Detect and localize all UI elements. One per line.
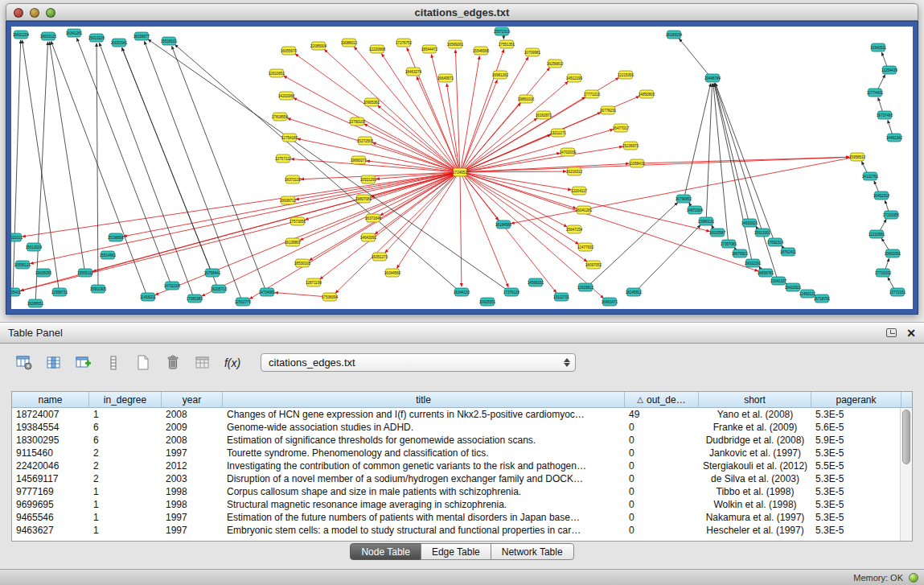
graph-node[interactable]: 1724052 [453,168,467,176]
minimize-window-button[interactable] [30,8,39,18]
citation-edge-black[interactable] [637,225,700,290]
graph-node[interactable]: 15901905 [90,285,107,293]
graph-node[interactable]: 17276752 [396,39,413,47]
table-cell[interactable]: Stergiakouli et al. (2012) [699,459,811,472]
graph-node[interactable]: 16796852 [676,195,692,203]
table-cell[interactable]: 5.3E-5 [811,472,901,485]
graph-node[interactable]: 14202068 [278,92,295,100]
table-cell[interactable]: Tibbo et al. (1998) [699,485,811,498]
citation-edge-red[interactable] [455,50,459,169]
close-panel-icon[interactable]: ✕ [906,328,916,339]
table-cell[interactable]: 18300295 [12,434,89,447]
citation-edge-red[interactable] [417,76,458,169]
network-canvas[interactable]: 1724052160556701261065114202068178185541… [11,27,913,309]
graph-node[interactable]: 15518101 [161,37,178,45]
table-row[interactable]: 2242004622012Investigating the contribut… [12,459,912,472]
import-table-button[interactable] [191,352,214,373]
graph-node[interactable]: 19660271 [351,156,368,164]
citation-edge-black[interactable] [888,278,894,290]
graph-node[interactable]: 15198898 [108,233,125,241]
citation-edge-black[interactable] [881,238,889,251]
table-cell[interactable]: 1 [89,511,162,524]
citation-edge-black[interactable] [77,39,170,283]
citation-edge-red[interactable] [378,105,456,170]
column-header-out_de[interactable]: △out_de… [625,392,699,407]
table-cell[interactable]: 1998 [162,485,223,498]
graph-node[interactable]: 18245812 [626,288,643,296]
table-cell[interactable]: 5.3E-5 [811,511,901,524]
citation-edge-red[interactable] [511,158,852,224]
graph-node[interactable]: 15236973 [622,142,639,150]
table-cell[interactable]: de Silva et al. (2003) [699,472,811,485]
graph-node[interactable]: 19088012 [341,39,358,47]
table-cell[interactable]: Yano et al. (2008) [699,408,811,421]
table-row[interactable]: 1872400712008Changes of HCN gene express… [12,408,912,421]
tab-network-table[interactable]: Network Table [491,543,574,560]
citation-edge-black[interactable] [589,203,677,286]
graph-node[interactable]: 19005055 [35,269,52,277]
graph-node[interactable]: 12204117 [571,187,588,195]
table-row[interactable]: 911546021997Tourette syndrome. Phenomeno… [12,447,912,459]
graph-node[interactable]: 12215391 [618,71,634,79]
table-cell[interactable]: 18724007 [12,408,89,421]
citation-edge-black[interactable] [880,220,886,232]
table-cell[interactable]: Embryonic stem cells: a model to study s… [223,524,625,537]
table-cell[interactable]: 14569117 [12,472,89,485]
graph-node[interactable]: 17692314 [767,238,784,246]
citation-edge-black[interactable] [885,200,889,212]
graph-node[interactable]: 12754183 [281,134,298,142]
graph-node[interactable]: 12210581 [869,230,885,238]
column-header-short[interactable]: short [699,392,811,407]
citation-edge-red[interactable] [23,173,455,237]
table-cell[interactable]: 1 [89,408,162,421]
citation-edge-red[interactable] [465,173,577,208]
graph-node[interactable]: 14872004 [687,206,704,214]
show-columns-button[interactable] [43,352,65,373]
table-row[interactable]: 946554611997Estimation of the future num… [12,511,912,524]
citation-edge-red[interactable] [275,293,325,297]
graph-node[interactable]: 16015587 [709,229,726,237]
graph-node[interactable]: 14461342 [886,134,903,142]
edit-table-button[interactable] [72,352,95,373]
table-cell[interactable]: 9465546 [12,511,89,524]
graph-node[interactable]: 10662091 [885,249,901,257]
citation-edge-red[interactable] [431,55,458,169]
graph-node[interactable]: 16452318 [873,192,890,200]
citation-edge-black[interactable] [877,75,885,90]
graph-node[interactable]: 16778231 [600,106,617,114]
table-cell[interactable]: 5.3E-5 [811,498,901,511]
graph-node[interactable]: 10340511 [870,43,887,51]
table-cell[interactable]: 5.3E-5 [811,408,901,421]
graph-node[interactable]: 16344133 [454,288,470,296]
table-row[interactable]: 946362711997Embryonic stem cells: a mode… [12,524,912,537]
table-cell[interactable]: 0 [625,524,699,537]
table-scrollbar[interactable] [900,408,912,541]
graph-node[interactable]: 17210355 [883,211,900,219]
graph-node[interactable]: 16649571 [437,74,454,82]
graph-node[interactable]: 18184588 [495,220,512,229]
graph-node[interactable]: 16139807 [285,238,302,246]
graph-node[interactable]: 12629813 [577,283,594,291]
citation-edge-red[interactable] [288,118,456,171]
citation-edge-black[interactable] [680,39,709,76]
table-cell[interactable]: 0 [625,511,699,524]
column-header-year[interactable]: year [162,392,223,407]
graph-node[interactable]: 18288651 [27,299,44,307]
table-cell[interactable]: Franke et al. (2009) [699,421,811,434]
graph-node[interactable]: 17771210 [584,90,601,98]
graph-node[interactable]: 12502775 [235,298,252,306]
citation-edge-red[interactable] [462,175,508,287]
graph-node[interactable]: 16758441 [204,269,221,277]
graph-node[interactable]: 19861016 [518,95,535,103]
graph-node[interactable]: 14566331 [528,278,544,286]
citation-edge-red[interactable] [385,175,457,253]
citation-edge-black[interactable] [706,84,712,218]
citation-edge-red[interactable] [642,157,849,163]
citation-edge-black[interactable] [50,42,85,270]
citation-edge-black[interactable] [22,40,59,289]
table-cell[interactable]: 0 [625,472,699,485]
table-cell[interactable]: Estimation of significance thresholds fo… [223,434,625,447]
graph-node[interactable]: 13772151 [889,288,906,296]
table-cell[interactable]: 2 [89,459,162,472]
graph-node[interactable]: 16055670 [281,47,298,55]
